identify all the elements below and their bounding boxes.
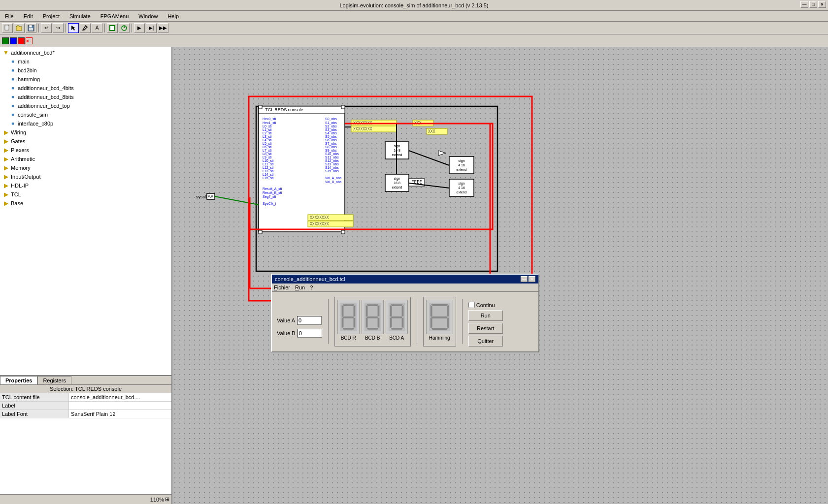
props-val-label[interactable] xyxy=(69,402,171,410)
select-tool[interactable] xyxy=(68,23,79,33)
sim-step-button[interactable]: ▶| xyxy=(146,23,157,33)
tree-item-hdl[interactable]: ▶ HDL-IP xyxy=(1,181,170,190)
tree-item-io[interactable]: ▶ Input/Output xyxy=(1,172,170,181)
maximize-button[interactable]: □ xyxy=(809,1,817,8)
circuit-icon-hamming: ■ xyxy=(9,75,17,83)
tcl-minimize-button[interactable]: — xyxy=(521,276,528,282)
color-green[interactable] xyxy=(2,37,9,44)
menu-simulate[interactable]: Simulate xyxy=(66,12,94,20)
svg-rect-4 xyxy=(16,27,22,31)
value-fields: Value A Value B xyxy=(277,297,322,346)
color-red[interactable] xyxy=(18,37,25,44)
tree-label-wiring: Wiring xyxy=(11,129,26,135)
tree-panel[interactable]: ▼ additionneur_bcd* ■ main ■ bcd2bin ■ h… xyxy=(0,47,171,376)
close-button[interactable]: × xyxy=(818,1,826,8)
value-b-input[interactable] xyxy=(298,329,322,338)
tree-item-tcl[interactable]: ▶ TCL xyxy=(1,190,170,199)
menu-help[interactable]: Help xyxy=(165,12,182,20)
run-button[interactable]: Run xyxy=(468,310,503,321)
svg-text:sign: sign xyxy=(459,159,465,163)
svg-rect-18 xyxy=(341,230,345,234)
continu-checkbox[interactable] xyxy=(468,302,475,308)
open-button[interactable] xyxy=(14,23,25,33)
minimize-button[interactable]: — xyxy=(800,1,808,8)
dialog-menu-help[interactable]: ? xyxy=(310,284,313,290)
svg-rect-17 xyxy=(259,230,262,234)
redo-button[interactable]: ↪ xyxy=(53,23,64,33)
color-blue[interactable] xyxy=(10,37,17,44)
wiring-green-tool[interactable] xyxy=(107,23,118,33)
tree-item-add4[interactable]: ■ additionneur_bcd_4bits xyxy=(1,84,170,93)
tab-properties[interactable]: Properties xyxy=(0,376,37,384)
tree-root[interactable]: ▼ additionneur_bcd* xyxy=(1,48,170,57)
menu-project[interactable]: Project xyxy=(40,12,63,20)
tree-item-add8[interactable]: ■ additionneur_bcd_8bits xyxy=(1,93,170,101)
tree-item-console[interactable]: ■ console_sim xyxy=(1,110,170,119)
tree-item-memory[interactable]: ▶ Memory xyxy=(1,163,170,172)
svg-text:16  8: 16 8 xyxy=(394,149,400,152)
quitter-button[interactable]: Quitter xyxy=(468,336,503,346)
props-content: Selection: TCL REDS console TCL content … xyxy=(0,385,171,494)
undo-button[interactable]: ↩ xyxy=(41,23,52,33)
tree-item-hamming[interactable]: ■ hamming xyxy=(1,75,170,84)
menu-fpga[interactable]: FPGAMenu xyxy=(98,12,132,20)
menubar: File Edit Project Simulate FPGAMenu Wind… xyxy=(0,11,828,22)
tree-item-arithmetic[interactable]: ▶ Arithmetic xyxy=(1,155,170,163)
power-tool[interactable] xyxy=(119,23,130,33)
tree-item-interface[interactable]: ■ interface_c80p xyxy=(1,119,170,128)
restart-button[interactable]: Restart xyxy=(468,323,503,334)
svg-text:TCL REDS console: TCL REDS console xyxy=(265,107,303,112)
zoom-controls[interactable]: ⊞ xyxy=(165,496,169,503)
tree-item-wiring[interactable]: ▶ Wiring xyxy=(1,128,170,137)
dialog-menu-run[interactable]: Run xyxy=(295,284,305,290)
canvas-area[interactable]: TCL REDS console Hex0_sti Hex1_sti L0_st… xyxy=(172,47,828,504)
svg-text:Result_B_sti: Result_B_sti xyxy=(263,191,282,195)
tab-registers[interactable]: Registers xyxy=(37,376,71,384)
tree-label-add8: additionneur_bcd_8bits xyxy=(18,94,74,100)
text-tool[interactable]: A xyxy=(92,23,102,33)
svg-text:XXXXXXXX: XXXXXXXX xyxy=(353,127,372,131)
tree-label-bcd2bin: bcd2bin xyxy=(18,67,37,73)
save-button[interactable] xyxy=(26,23,36,33)
continu-checkbox-row: Continu xyxy=(468,302,503,308)
step-button[interactable]: ▶ xyxy=(134,23,145,33)
props-key-label: Label xyxy=(0,402,69,410)
tcl-dialog-titlebar[interactable]: console_additionneur_bcd.tcl — × xyxy=(272,275,538,284)
menu-edit[interactable]: Edit xyxy=(21,12,36,20)
svg-text:sign: sign xyxy=(394,177,400,181)
dialog-menu-fichier[interactable]: Fichier xyxy=(274,284,290,290)
tree-item-bcd2bin[interactable]: ■ bcd2bin xyxy=(1,66,170,75)
folder-icon-plexers: ▶ xyxy=(2,146,10,154)
sim-auto-button[interactable]: ▶▶ xyxy=(158,23,168,33)
tree-label-addtop: additionneur_bcd_top xyxy=(18,103,70,109)
svg-text:XXXXXXXX: XXXXXXXX xyxy=(310,216,329,220)
tree-item-main[interactable]: ■ main xyxy=(1,57,170,66)
toolbar2: × xyxy=(0,34,828,47)
props-val-font[interactable]: SansSerif Plain 12 xyxy=(69,410,171,418)
svg-text:extend: extend xyxy=(392,153,402,157)
menu-file[interactable]: File xyxy=(2,12,17,20)
properties-panel: Properties Registers Selection: TCL REDS… xyxy=(0,376,171,494)
tree-item-plexers[interactable]: ▶ Plexers xyxy=(1,146,170,155)
tree-label-hamming: hamming xyxy=(18,76,40,82)
svg-text:4  16: 4 16 xyxy=(458,186,465,189)
menu-window[interactable]: Window xyxy=(135,12,161,20)
svg-text:extend: extend xyxy=(456,190,466,194)
folder-icon-base: ▶ xyxy=(2,199,10,207)
tree-item-gates[interactable]: ▶ Gates xyxy=(1,137,170,146)
tree-item-addtop[interactable]: ■ additionneur_bcd_top xyxy=(1,101,170,110)
value-a-input[interactable] xyxy=(297,316,322,325)
tcl-close-button[interactable]: × xyxy=(529,276,535,282)
props-val-tcl[interactable]: console_additionneur_bcd.... xyxy=(69,393,171,401)
value-a-row: Value A xyxy=(277,316,322,325)
display-bcd-b: BCD B xyxy=(362,300,384,341)
edit-tool[interactable] xyxy=(80,23,91,33)
svg-rect-16 xyxy=(341,105,345,109)
tree-label-hdl: HDL-IP xyxy=(11,183,29,189)
separator-line3 xyxy=(462,299,463,344)
new-button[interactable] xyxy=(2,23,13,33)
tree-item-base[interactable]: ▶ Base xyxy=(1,199,170,208)
value-a-label: Value A xyxy=(277,317,295,323)
separator-line2 xyxy=(417,299,417,344)
color-remove[interactable]: × xyxy=(26,37,33,44)
